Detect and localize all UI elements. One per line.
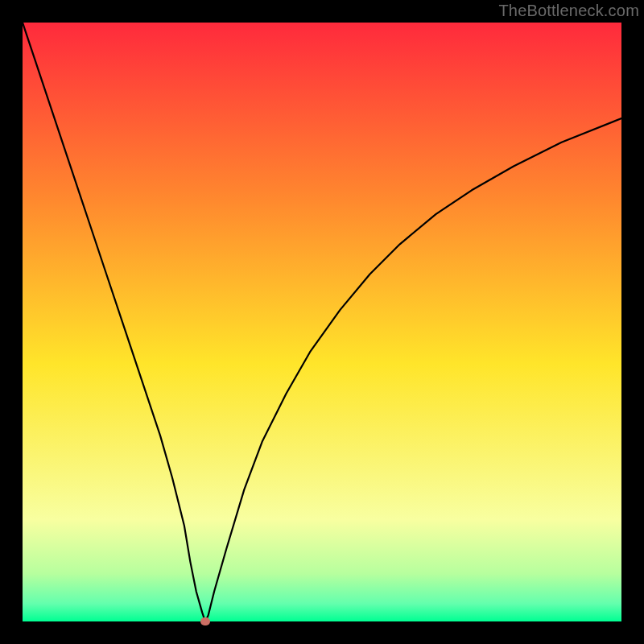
plot-area [23, 23, 621, 621]
plot-svg [23, 23, 621, 621]
chart-frame: TheBottleneck.com [0, 0, 644, 644]
optimal-point-marker [200, 617, 210, 625]
watermark-text: TheBottleneck.com [498, 2, 639, 20]
gradient-background [23, 23, 621, 621]
